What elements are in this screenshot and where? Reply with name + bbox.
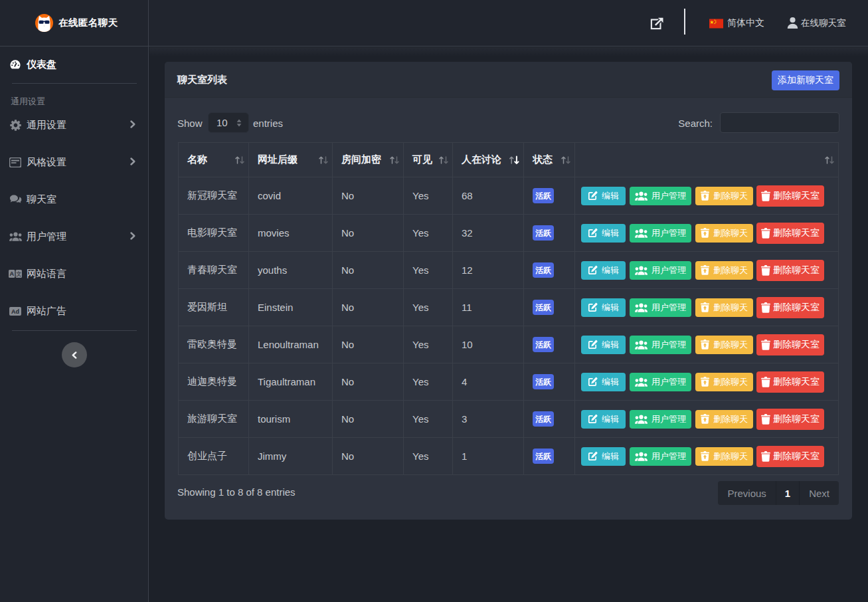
svg-text:A: A <box>9 270 14 277</box>
svg-text:文: 文 <box>16 270 22 277</box>
svg-text:Ad: Ad <box>11 308 19 314</box>
